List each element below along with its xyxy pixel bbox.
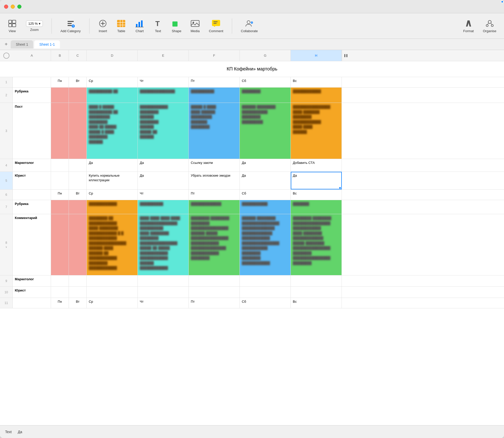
cell-9-C[interactable] bbox=[69, 275, 87, 286]
cell-4-F[interactable]: Ссылку заютм bbox=[189, 159, 240, 172]
cell-9-B[interactable] bbox=[51, 275, 69, 286]
cell-7-E[interactable]: ██████████ bbox=[138, 200, 189, 214]
col-header-C[interactable]: C bbox=[69, 50, 87, 61]
cell-3-A[interactable]: Пост bbox=[13, 103, 51, 159]
cell-11-A[interactable] bbox=[13, 298, 51, 308]
cell-4-E[interactable]: Да bbox=[138, 159, 189, 172]
view-button[interactable]: View bbox=[5, 17, 19, 34]
cell-6-B[interactable]: Пн bbox=[51, 190, 69, 200]
cell-4-A[interactable]: Маркетолог bbox=[13, 159, 51, 172]
cell-5-A[interactable]: Юрист bbox=[13, 172, 51, 189]
cell-8-F[interactable]: ████████ ███████████████████████████████… bbox=[189, 214, 240, 275]
cell-11-B[interactable]: Пн bbox=[51, 298, 69, 308]
cell-10-C[interactable] bbox=[69, 287, 87, 298]
col-header-A[interactable]: A bbox=[13, 50, 51, 61]
cell-5-G[interactable]: Да bbox=[240, 172, 291, 189]
cell-5-B[interactable] bbox=[51, 172, 69, 189]
cell-2-F[interactable]: ██████████ bbox=[189, 88, 240, 103]
cell-10-F[interactable] bbox=[189, 287, 240, 298]
insert-button[interactable]: Insert bbox=[96, 17, 110, 34]
cell-11-F[interactable]: Пт bbox=[189, 298, 240, 308]
cell-1-C[interactable]: Вт bbox=[69, 77, 87, 87]
cell-2-C[interactable] bbox=[69, 88, 87, 103]
cell-9-F[interactable] bbox=[189, 275, 240, 286]
cell-2-A[interactable]: Рубрика bbox=[13, 88, 51, 103]
cell-4-D[interactable]: Да bbox=[87, 159, 138, 172]
add-sheet-button[interactable]: + bbox=[3, 41, 10, 48]
cell-8-G[interactable]: ██████ █████████████████████████████████… bbox=[240, 214, 291, 275]
cell-7-A[interactable]: Рубрика bbox=[13, 200, 51, 214]
cell-2-G[interactable]: ████████ bbox=[240, 88, 291, 103]
cell-6-E[interactable]: Чт bbox=[138, 190, 189, 200]
cell-8-A[interactable]: Комментарий bbox=[13, 214, 51, 275]
zoom-control[interactable]: 125 % ▾ bbox=[26, 20, 43, 27]
cell-2-E[interactable]: ███████████████ bbox=[138, 88, 189, 103]
col-header-H[interactable]: H bbox=[291, 50, 342, 61]
tab-sheet11[interactable]: Sheet 1-1 bbox=[34, 40, 60, 48]
format-button[interactable]: Format bbox=[461, 17, 476, 34]
minimize-button[interactable] bbox=[11, 5, 15, 9]
cell-4-C[interactable] bbox=[69, 159, 87, 172]
col-header-F[interactable]: F bbox=[189, 50, 240, 61]
cell-2-D[interactable]: ██████████ ██ bbox=[87, 88, 138, 103]
col-header-D[interactable]: D bbox=[87, 50, 138, 61]
cell-6-H[interactable]: Вс bbox=[291, 190, 342, 200]
zoom-dropdown[interactable]: 125 % ▾ Zoom bbox=[23, 19, 45, 33]
cell-3-F[interactable]: █████ █ ████████ ███████████████████████… bbox=[189, 103, 240, 159]
cell-8-C[interactable] bbox=[69, 214, 87, 275]
cell-4-H[interactable]: Добавить СТА bbox=[291, 159, 342, 172]
cell-10-A[interactable]: Юрист bbox=[13, 287, 51, 298]
maximize-button[interactable] bbox=[17, 5, 21, 9]
cell-4-G[interactable]: Да bbox=[240, 159, 291, 172]
cell-11-D[interactable]: Ср bbox=[87, 298, 138, 308]
cell-8-H[interactable]: ████████ ███████████████████████████████… bbox=[291, 214, 342, 275]
table-button[interactable]: Table bbox=[114, 17, 128, 34]
grid-area[interactable]: КП Кофейни» мартобрь 1 Пн Вт Ср Чт Пт Сб… bbox=[0, 61, 504, 425]
cell-5-F[interactable]: Убрать эпловские эмодзи bbox=[189, 172, 240, 189]
cell-1-A[interactable] bbox=[13, 77, 51, 87]
cell-7-D[interactable]: ████████████ bbox=[87, 200, 138, 214]
collaborate-button[interactable]: + Collaborate bbox=[238, 17, 260, 34]
cell-10-D[interactable] bbox=[87, 287, 138, 298]
cell-10-H[interactable] bbox=[291, 287, 342, 298]
media-button[interactable]: Media bbox=[188, 17, 202, 34]
cell-6-A[interactable] bbox=[13, 190, 51, 200]
col-header-E[interactable]: E bbox=[138, 50, 189, 61]
cell-8-E[interactable]: ████ ████ ████ █████████████████████████… bbox=[138, 214, 189, 275]
cell-6-F[interactable]: Пт bbox=[189, 190, 240, 200]
add-category-button[interactable]: + Add Category bbox=[58, 17, 83, 34]
cell-4-B[interactable] bbox=[51, 159, 69, 172]
cell-1-G[interactable]: Сб bbox=[240, 77, 291, 87]
cell-3-C[interactable] bbox=[69, 103, 87, 159]
cell-9-G[interactable] bbox=[240, 275, 291, 286]
cell-5-C[interactable] bbox=[69, 172, 87, 189]
cell-11-C[interactable]: Вт bbox=[69, 298, 87, 308]
tab-sheet1[interactable]: Sheet 1 bbox=[11, 40, 33, 48]
cell-1-D[interactable]: Ср bbox=[87, 77, 138, 87]
chart-button[interactable]: Chart bbox=[132, 17, 147, 34]
cell-3-H[interactable]: ████████████████████ ███████████████████… bbox=[291, 103, 342, 159]
cell-5-E[interactable]: Да bbox=[138, 172, 189, 189]
comment-button[interactable]: Comment bbox=[206, 17, 226, 34]
cell-7-C[interactable] bbox=[69, 200, 87, 214]
cell-6-G[interactable]: Сб bbox=[240, 190, 291, 200]
cell-10-G[interactable] bbox=[240, 287, 291, 298]
cell-10-E[interactable] bbox=[138, 287, 189, 298]
cell-11-E[interactable]: Чт bbox=[138, 298, 189, 308]
cell-9-E[interactable] bbox=[138, 275, 189, 286]
cell-1-F[interactable]: Пт bbox=[189, 77, 240, 87]
organise-button[interactable]: Organise bbox=[480, 17, 499, 34]
cell-9-D[interactable] bbox=[87, 275, 138, 286]
cell-2-B[interactable] bbox=[51, 88, 69, 103]
cell-2-H[interactable]: ████████████ bbox=[291, 88, 342, 103]
cell-1-H[interactable]: Вс bbox=[291, 77, 342, 87]
shape-button[interactable]: Shape bbox=[169, 17, 184, 34]
circle-button[interactable] bbox=[3, 53, 9, 59]
cell-10-B[interactable] bbox=[51, 287, 69, 298]
close-button[interactable] bbox=[4, 5, 8, 9]
cell-1-E[interactable]: Чт bbox=[138, 77, 189, 87]
cell-9-A[interactable]: Маркетолог bbox=[13, 275, 51, 286]
cell-7-G[interactable]: ███████████ bbox=[240, 200, 291, 214]
cell-5-D[interactable]: Купить нормальные иллюстрации bbox=[87, 172, 138, 189]
cell-3-D[interactable]: ████ █ ███████████████ █████████████████… bbox=[87, 103, 138, 159]
